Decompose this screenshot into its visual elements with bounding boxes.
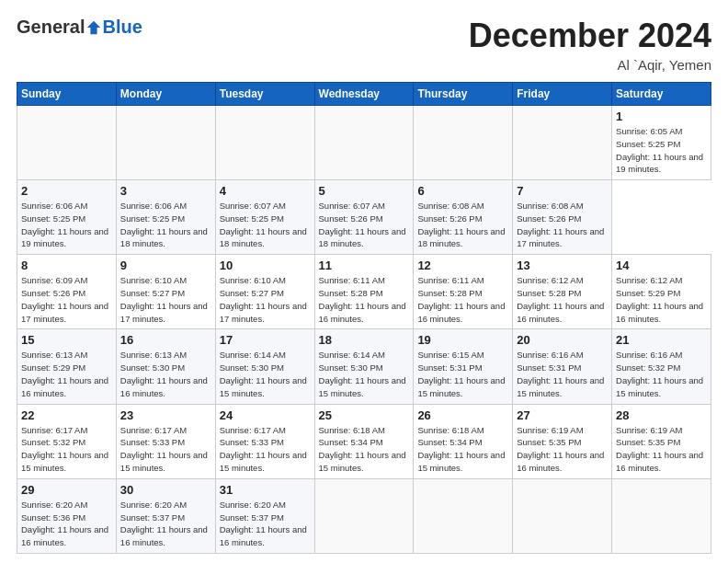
- day-info: Sunrise: 6:17 AM Sunset: 5:33 PM Dayligh…: [120, 424, 211, 475]
- day-number: 30: [120, 483, 211, 497]
- day-number: 24: [220, 408, 311, 422]
- day-info: Sunrise: 6:10 AM Sunset: 5:27 PM Dayligh…: [120, 274, 211, 325]
- day-number: 13: [517, 259, 608, 272]
- day-info: Sunrise: 6:07 AM Sunset: 5:26 PM Dayligh…: [319, 200, 410, 250]
- calendar-day-cell: 28 Sunrise: 6:19 AM Sunset: 5:35 PM Dayl…: [612, 404, 711, 478]
- day-number: 1: [616, 109, 707, 123]
- calendar-day-cell: 27 Sunrise: 6:19 AM Sunset: 5:35 PM Dayl…: [513, 404, 612, 478]
- calendar-body: 1 Sunrise: 6:05 AM Sunset: 5:25 PM Dayli…: [17, 106, 711, 554]
- day-info: Sunrise: 6:19 AM Sunset: 5:35 PM Dayligh…: [517, 424, 608, 475]
- calendar-day-cell: 26 Sunrise: 6:18 AM Sunset: 5:34 PM Dayl…: [414, 404, 513, 478]
- calendar-day-cell: [513, 106, 612, 180]
- day-info: Sunrise: 6:20 AM Sunset: 5:36 PM Dayligh…: [21, 499, 112, 549]
- day-info: Sunrise: 6:11 AM Sunset: 5:28 PM Dayligh…: [319, 274, 410, 325]
- calendar-day-cell: 23 Sunrise: 6:17 AM Sunset: 5:33 PM Dayl…: [116, 404, 215, 478]
- logo-text: General Blue: [17, 17, 142, 38]
- day-number: 31: [220, 483, 311, 497]
- day-number: 28: [616, 408, 707, 422]
- calendar-day-cell: 3 Sunrise: 6:06 AM Sunset: 5:25 PM Dayli…: [116, 180, 215, 255]
- calendar-day-cell: [116, 106, 215, 180]
- day-number: 3: [120, 184, 211, 198]
- calendar-day-cell: [612, 478, 711, 553]
- day-info: Sunrise: 6:16 AM Sunset: 5:32 PM Dayligh…: [616, 349, 707, 399]
- day-info: Sunrise: 6:11 AM Sunset: 5:28 PM Dayligh…: [417, 274, 508, 325]
- calendar-day-cell: [17, 106, 117, 180]
- day-info: Sunrise: 6:18 AM Sunset: 5:34 PM Dayligh…: [319, 424, 410, 475]
- day-info: Sunrise: 6:20 AM Sunset: 5:37 PM Dayligh…: [120, 499, 211, 549]
- calendar-day-cell: 20 Sunrise: 6:16 AM Sunset: 5:31 PM Dayl…: [513, 329, 612, 404]
- calendar-week-row: 2 Sunrise: 6:06 AM Sunset: 5:25 PM Dayli…: [17, 180, 711, 255]
- calendar-day-cell: 2 Sunrise: 6:06 AM Sunset: 5:25 PM Dayli…: [17, 180, 117, 255]
- calendar-day-cell: 30 Sunrise: 6:20 AM Sunset: 5:37 PM Dayl…: [116, 478, 215, 553]
- day-number: 26: [417, 408, 508, 422]
- calendar-day-cell: 16 Sunrise: 6:13 AM Sunset: 5:30 PM Dayl…: [116, 329, 215, 404]
- day-info: Sunrise: 6:08 AM Sunset: 5:26 PM Dayligh…: [517, 200, 608, 250]
- day-number: 17: [220, 333, 311, 347]
- day-number: 23: [120, 408, 211, 422]
- calendar-day-cell: 13 Sunrise: 6:12 AM Sunset: 5:28 PM Dayl…: [513, 255, 612, 329]
- calendar-day-cell: [414, 106, 513, 180]
- day-info: Sunrise: 6:17 AM Sunset: 5:32 PM Dayligh…: [21, 424, 112, 475]
- calendar-week-row: 22 Sunrise: 6:17 AM Sunset: 5:32 PM Dayl…: [17, 404, 711, 478]
- day-info: Sunrise: 6:08 AM Sunset: 5:26 PM Dayligh…: [417, 200, 508, 250]
- day-number: 14: [616, 259, 707, 272]
- day-number: 5: [319, 184, 410, 198]
- header: General Blue December 2024 Al `Aqir, Yem…: [17, 17, 711, 73]
- day-info: Sunrise: 6:13 AM Sunset: 5:30 PM Dayligh…: [120, 349, 211, 399]
- calendar-header-cell: Tuesday: [215, 83, 314, 106]
- calendar-day-cell: 11 Sunrise: 6:11 AM Sunset: 5:28 PM Dayl…: [314, 255, 414, 329]
- day-number: 29: [21, 483, 112, 497]
- logo-general: General: [17, 17, 85, 38]
- day-number: 20: [517, 333, 608, 347]
- calendar-header-cell: Monday: [116, 83, 215, 106]
- logo-blue: Blue: [102, 17, 142, 38]
- logo-icon: [85, 19, 102, 36]
- day-number: 22: [21, 408, 112, 422]
- svg-marker-0: [87, 20, 100, 33]
- calendar-day-cell: 10 Sunrise: 6:10 AM Sunset: 5:27 PM Dayl…: [215, 255, 314, 329]
- day-number: 19: [417, 333, 508, 347]
- day-number: 11: [319, 259, 410, 272]
- day-info: Sunrise: 6:17 AM Sunset: 5:33 PM Dayligh…: [220, 424, 311, 475]
- day-info: Sunrise: 6:13 AM Sunset: 5:29 PM Dayligh…: [21, 349, 112, 399]
- page: General Blue December 2024 Al `Aqir, Yem…: [0, 0, 728, 563]
- calendar-day-cell: 17 Sunrise: 6:14 AM Sunset: 5:30 PM Dayl…: [215, 329, 314, 404]
- title-block: December 2024 Al `Aqir, Yemen: [469, 17, 711, 73]
- day-info: Sunrise: 6:09 AM Sunset: 5:26 PM Dayligh…: [21, 274, 112, 325]
- calendar-day-cell: 12 Sunrise: 6:11 AM Sunset: 5:28 PM Dayl…: [414, 255, 513, 329]
- day-number: 18: [319, 333, 410, 347]
- calendar-header-row: SundayMondayTuesdayWednesdayThursdayFrid…: [17, 83, 711, 106]
- location: Al `Aqir, Yemen: [469, 57, 711, 73]
- calendar-day-cell: 15 Sunrise: 6:13 AM Sunset: 5:29 PM Dayl…: [17, 329, 117, 404]
- calendar-day-cell: 9 Sunrise: 6:10 AM Sunset: 5:27 PM Dayli…: [116, 255, 215, 329]
- day-number: 12: [417, 259, 508, 272]
- logo: General Blue: [17, 17, 142, 38]
- day-info: Sunrise: 6:15 AM Sunset: 5:31 PM Dayligh…: [417, 349, 508, 399]
- calendar-header-cell: Wednesday: [314, 83, 414, 106]
- day-number: 25: [319, 408, 410, 422]
- calendar-week-row: 29 Sunrise: 6:20 AM Sunset: 5:36 PM Dayl…: [17, 478, 711, 553]
- day-number: 8: [21, 259, 112, 272]
- day-info: Sunrise: 6:20 AM Sunset: 5:37 PM Dayligh…: [220, 499, 311, 549]
- day-info: Sunrise: 6:06 AM Sunset: 5:25 PM Dayligh…: [21, 200, 112, 250]
- calendar-day-cell: 21 Sunrise: 6:16 AM Sunset: 5:32 PM Dayl…: [612, 329, 711, 404]
- calendar-week-row: 8 Sunrise: 6:09 AM Sunset: 5:26 PM Dayli…: [17, 255, 711, 329]
- day-info: Sunrise: 6:14 AM Sunset: 5:30 PM Dayligh…: [319, 349, 410, 399]
- day-info: Sunrise: 6:07 AM Sunset: 5:25 PM Dayligh…: [220, 200, 311, 250]
- day-number: 2: [21, 184, 112, 198]
- calendar-day-cell: 4 Sunrise: 6:07 AM Sunset: 5:25 PM Dayli…: [215, 180, 314, 255]
- calendar-day-cell: 8 Sunrise: 6:09 AM Sunset: 5:26 PM Dayli…: [17, 255, 117, 329]
- calendar-day-cell: [513, 478, 612, 553]
- day-info: Sunrise: 6:19 AM Sunset: 5:35 PM Dayligh…: [616, 424, 707, 475]
- day-info: Sunrise: 6:18 AM Sunset: 5:34 PM Dayligh…: [417, 424, 508, 475]
- month-title: December 2024: [469, 17, 711, 55]
- calendar-day-cell: [414, 478, 513, 553]
- day-info: Sunrise: 6:14 AM Sunset: 5:30 PM Dayligh…: [220, 349, 311, 399]
- calendar-day-cell: 29 Sunrise: 6:20 AM Sunset: 5:36 PM Dayl…: [17, 478, 117, 553]
- day-number: 10: [220, 259, 311, 272]
- calendar-day-cell: 25 Sunrise: 6:18 AM Sunset: 5:34 PM Dayl…: [314, 404, 414, 478]
- calendar-day-cell: 1 Sunrise: 6:05 AM Sunset: 5:25 PM Dayli…: [612, 106, 711, 180]
- day-number: 9: [120, 259, 211, 272]
- calendar-day-cell: 24 Sunrise: 6:17 AM Sunset: 5:33 PM Dayl…: [215, 404, 314, 478]
- calendar-header-cell: Saturday: [612, 83, 711, 106]
